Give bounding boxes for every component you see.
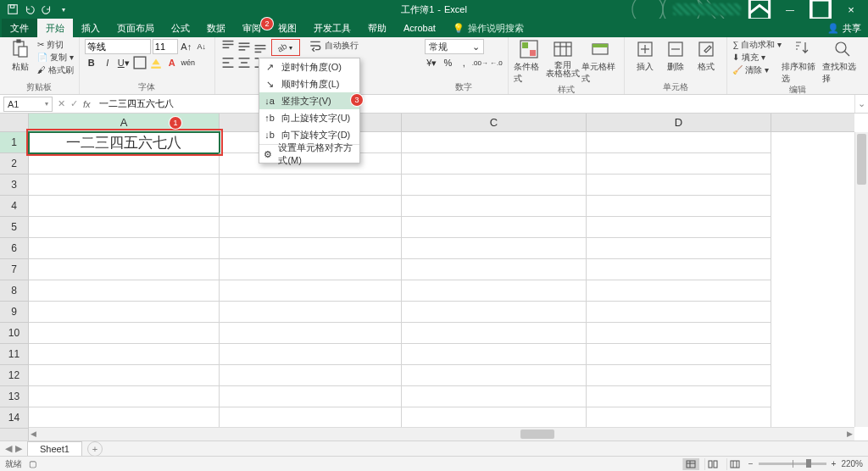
row-header-6[interactable]: 6 bbox=[0, 238, 28, 259]
cell-C1[interactable] bbox=[402, 132, 587, 153]
tab-acrobat[interactable]: Acrobat bbox=[395, 19, 444, 37]
share-button[interactable]: 👤 共享 bbox=[827, 19, 861, 37]
cell-D9[interactable] bbox=[587, 302, 771, 323]
increase-font-icon[interactable]: A↑ bbox=[180, 40, 193, 53]
macro-record-icon[interactable]: ▢ bbox=[29, 459, 36, 468]
maximize-icon[interactable] bbox=[809, 1, 832, 18]
row-header-12[interactable]: 12 bbox=[0, 365, 28, 386]
cut-button[interactable]: ✂ 剪切 bbox=[37, 39, 74, 51]
cell-C11[interactable] bbox=[402, 344, 587, 365]
tab-home[interactable]: 开始 bbox=[37, 19, 73, 37]
cell-B12[interactable] bbox=[220, 365, 402, 386]
cell-B8[interactable] bbox=[220, 280, 402, 302]
cell-A13[interactable] bbox=[29, 386, 220, 407]
cell-A2[interactable] bbox=[29, 153, 220, 175]
wrap-text-button[interactable]: 自动换行 bbox=[309, 39, 359, 53]
col-header-A[interactable]: A bbox=[29, 114, 220, 131]
page-break-view-icon[interactable] bbox=[726, 458, 743, 470]
zoom-level[interactable]: 220% bbox=[841, 459, 863, 468]
cell-D3[interactable] bbox=[587, 175, 771, 196]
col-header-C[interactable]: C bbox=[402, 114, 587, 131]
cell-C13[interactable] bbox=[402, 386, 587, 407]
sort-filter-button[interactable]: 排序和筛选 bbox=[782, 39, 822, 85]
tab-insert[interactable]: 插入 bbox=[73, 19, 108, 37]
cell-B5[interactable] bbox=[220, 217, 402, 238]
cell-A10[interactable] bbox=[29, 323, 220, 344]
format-cells-button[interactable]: 格式 bbox=[691, 39, 721, 73]
vertical-scrollbar[interactable] bbox=[854, 132, 868, 427]
tab-formulas[interactable]: 公式 bbox=[163, 19, 198, 37]
cancel-formula-icon[interactable]: ✕ bbox=[58, 98, 65, 109]
cell-D5[interactable] bbox=[587, 217, 771, 238]
orientation-button[interactable]: ab ▾ bbox=[271, 39, 300, 56]
row-header-11[interactable]: 11 bbox=[0, 344, 28, 365]
insert-cells-button[interactable]: 插入 bbox=[630, 39, 660, 73]
minimize-icon[interactable]: — bbox=[778, 1, 802, 18]
cell-B6[interactable] bbox=[220, 238, 402, 259]
row-header-7[interactable]: 7 bbox=[0, 259, 28, 280]
painter-button[interactable]: 🖌 格式刷 bbox=[37, 64, 74, 76]
row-header-8[interactable]: 8 bbox=[0, 280, 28, 302]
formula-input[interactable] bbox=[96, 99, 854, 109]
sheet-nav-next-icon[interactable]: ▶ bbox=[15, 443, 22, 454]
cell-A14[interactable] bbox=[29, 407, 220, 429]
cell-A6[interactable] bbox=[29, 238, 220, 259]
tab-view[interactable]: 视图 bbox=[270, 19, 305, 37]
normal-view-icon[interactable] bbox=[682, 458, 699, 470]
paste-button[interactable]: 粘贴 bbox=[5, 39, 36, 73]
cell-A3[interactable] bbox=[29, 175, 220, 196]
cell-C6[interactable] bbox=[402, 238, 587, 259]
undo-icon[interactable] bbox=[24, 3, 36, 15]
cells-area[interactable]: 一二三四五六七八 bbox=[29, 132, 854, 427]
cell-A4[interactable] bbox=[29, 196, 220, 217]
menu-format-alignment[interactable]: ⚙设置单元格对齐方式(M) bbox=[259, 146, 359, 163]
user-avatar[interactable] bbox=[673, 3, 741, 15]
zoom-slider[interactable] bbox=[759, 463, 826, 465]
row-header-9[interactable]: 9 bbox=[0, 302, 28, 323]
underline-icon[interactable]: U▾ bbox=[117, 56, 131, 69]
cell-D14[interactable] bbox=[587, 407, 771, 429]
row-header-10[interactable]: 10 bbox=[0, 323, 28, 344]
cell-C5[interactable] bbox=[402, 217, 587, 238]
align-top-icon[interactable] bbox=[220, 39, 236, 54]
font-size-combo[interactable] bbox=[153, 39, 178, 54]
tab-layout[interactable]: 页面布局 bbox=[108, 19, 163, 37]
tell-me[interactable]: 💡 操作说明搜索 bbox=[453, 19, 524, 37]
enter-formula-icon[interactable]: ✓ bbox=[70, 98, 78, 109]
menu-up[interactable]: ↑b向上旋转文字(U) bbox=[259, 109, 359, 126]
menu-ccw[interactable]: ↗逆时针角度(O) bbox=[259, 58, 359, 75]
cell-D1[interactable] bbox=[587, 132, 771, 153]
save-icon[interactable] bbox=[7, 3, 19, 15]
sheet-nav-prev-icon[interactable]: ◀ bbox=[5, 443, 12, 454]
cell-C12[interactable] bbox=[402, 365, 587, 386]
cell-C3[interactable] bbox=[402, 175, 587, 196]
fill-button[interactable]: ⬇ 填充 ▾ bbox=[732, 52, 782, 64]
cell-C4[interactable] bbox=[402, 196, 587, 217]
add-sheet-button[interactable]: + bbox=[87, 441, 103, 457]
row-header-5[interactable]: 5 bbox=[0, 217, 28, 238]
zoom-in-icon[interactable]: + bbox=[832, 459, 837, 468]
cell-C14[interactable] bbox=[402, 407, 587, 429]
sheet-tab-active[interactable]: Sheet1 bbox=[27, 441, 82, 456]
cell-D7[interactable] bbox=[587, 259, 771, 280]
cell-D11[interactable] bbox=[587, 344, 771, 365]
cell-D4[interactable] bbox=[587, 196, 771, 217]
tab-developer[interactable]: 开发工具 bbox=[305, 19, 359, 37]
align-center-icon[interactable] bbox=[236, 55, 252, 70]
font-name-combo[interactable] bbox=[85, 39, 151, 54]
align-bottom-icon[interactable] bbox=[253, 39, 268, 54]
zoom-out-icon[interactable]: − bbox=[748, 459, 754, 468]
expand-formula-bar-icon[interactable]: ⌄ bbox=[854, 95, 868, 113]
cell-B11[interactable] bbox=[220, 344, 402, 365]
cell-C8[interactable] bbox=[402, 280, 587, 302]
decrease-font-icon[interactable]: A↓ bbox=[195, 40, 209, 53]
cell-A1[interactable]: 一二三四五六七八 bbox=[29, 132, 220, 153]
increase-decimal-icon[interactable]: .00→ bbox=[473, 56, 487, 69]
menu-cw[interactable]: ↘顺时针角度(L) bbox=[259, 75, 359, 92]
row-header-1[interactable]: 1 bbox=[0, 132, 28, 153]
row-header-2[interactable]: 2 bbox=[0, 153, 28, 175]
cell-A9[interactable] bbox=[29, 302, 220, 323]
cell-D6[interactable] bbox=[587, 238, 771, 259]
cell-B14[interactable] bbox=[220, 407, 402, 429]
align-left-icon[interactable] bbox=[220, 55, 236, 70]
